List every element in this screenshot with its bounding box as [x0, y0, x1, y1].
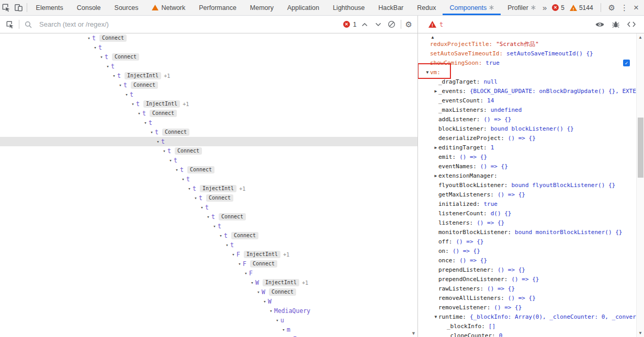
prop-row[interactable]: _cloneCounter:0 [418, 331, 636, 337]
prop-row[interactable]: flyoutBlockListener:bound flyoutBlockLis… [418, 180, 636, 190]
tree-row[interactable]: ▾FConnect [0, 259, 417, 269]
tree-row[interactable]: ▾t [0, 156, 417, 165]
prop-value[interactable]: () => {} [508, 295, 536, 301]
prop-checkbox-checked[interactable]: ✓ [623, 60, 630, 66]
prop-row[interactable]: setAutoSaveTimeoutId:setAutoSaveTimeoutI… [418, 49, 636, 58]
bug-icon[interactable] [612, 21, 619, 28]
select-component-button[interactable] [3, 20, 17, 29]
prop-value[interactable]: 14 [487, 97, 494, 104]
tree-row[interactable]: ▾tConnect [0, 231, 417, 240]
expand-arrow-icon[interactable]: ▾ [205, 214, 211, 219]
tree-row[interactable]: ▾tInjectIntl+1 [0, 99, 417, 109]
prop-value[interactable]: () => {} [459, 257, 487, 264]
prop-row[interactable]: removeListener:() => {} [418, 303, 636, 312]
tree-row[interactable]: ▾F [0, 334, 417, 337]
tree-row[interactable]: ▾F [0, 269, 417, 278]
expand-arrow-icon[interactable]: ▾ [149, 130, 155, 135]
tree-row[interactable]: ▾tConnect [0, 127, 417, 137]
tab-network[interactable]: Network [145, 0, 192, 15]
prop-row[interactable]: addListener:() => {} [418, 114, 636, 124]
tab-application[interactable]: Application [280, 0, 326, 15]
expand-arrow-icon[interactable]: ▾ [199, 205, 205, 210]
tab-redux[interactable]: Redux [410, 0, 443, 15]
expand-arrow-icon[interactable]: ▾ [111, 73, 117, 78]
prop-row[interactable]: showComingSoon:true✓ [418, 58, 636, 67]
console-error-badge[interactable]: ✕ 5 [552, 4, 564, 11]
inspect-element-button[interactable] [0, 0, 12, 15]
expand-arrow-icon[interactable]: ▾ [224, 242, 230, 248]
tree-row[interactable]: ▾t [0, 118, 417, 127]
tree-row[interactable]: ▾WConnect [0, 287, 417, 297]
expand-arrow-icon[interactable]: ▾ [92, 45, 98, 50]
tree-row[interactable]: ▾t [0, 175, 417, 184]
prop-row[interactable]: on:() => {} [418, 246, 636, 255]
expand-arrow-icon[interactable]: ▾ [230, 252, 236, 257]
prop-value[interactable]: () => {} [456, 238, 484, 245]
prop-row[interactable]: ▶_events:{BLOCK_DRAG_UPDATE: onBlockDrag… [418, 86, 636, 96]
tree-row[interactable]: ▾t [0, 62, 417, 71]
prop-expand-arrow-icon[interactable]: ▶ [433, 89, 438, 94]
tree-row[interactable]: ▾W [0, 297, 417, 306]
expand-arrow-icon[interactable]: ▾ [218, 233, 224, 238]
prop-value[interactable]: bound monitorBlockListener() {} [515, 229, 622, 236]
prop-expand-arrow-icon[interactable]: ▼ [433, 315, 438, 319]
kebab-menu-icon[interactable]: ⋮ [620, 3, 628, 13]
tree-row[interactable]: ▾MediaQuery [0, 306, 417, 316]
expand-arrow-icon[interactable]: ▾ [167, 158, 174, 163]
prop-row[interactable]: ▶extensionManager: [418, 171, 636, 180]
expand-arrow-icon[interactable]: ▾ [249, 280, 255, 285]
expand-arrow-icon[interactable]: ▾ [268, 308, 274, 313]
tree-row[interactable]: ▾tConnect [0, 193, 417, 203]
tree-row[interactable]: ▾t [0, 90, 417, 99]
prop-value[interactable]: bound blockListener() {} [491, 125, 574, 132]
prop-row[interactable]: _blockInfo:[] [418, 321, 636, 331]
expand-arrow-icon[interactable]: ▾ [161, 148, 167, 154]
close-icon[interactable]: × [634, 3, 639, 13]
tree-row[interactable]: ▾m [0, 325, 417, 334]
prop-row[interactable]: ▼vm: [418, 67, 636, 77]
prop-value[interactable]: () => {} [487, 285, 515, 292]
tree-row[interactable]: ▾tConnect [0, 146, 417, 156]
prop-value[interactable]: () => {} [483, 116, 511, 123]
components-settings-gear-icon[interactable]: ⚙ [405, 20, 412, 29]
prop-value[interactable]: () => {} [459, 154, 487, 160]
expand-arrow-icon[interactable]: ▾ [174, 167, 180, 172]
prop-value[interactable]: 0 [499, 332, 503, 337]
prop-value[interactable]: setAutoSaveTimeoutId() {} [506, 50, 593, 57]
prop-value[interactable]: true [483, 201, 498, 207]
tab-performance[interactable]: Performance [192, 0, 243, 15]
expand-arrow-icon[interactable]: ▾ [130, 101, 136, 107]
tree-row[interactable]: ▾tConnect [0, 33, 417, 43]
expand-arrow-icon[interactable]: ▾ [186, 186, 193, 191]
prop-row[interactable]: monitorBlockListener:bound monitorBlockL… [418, 227, 636, 237]
prop-row[interactable]: listeners:() => {} [418, 218, 636, 227]
prop-value[interactable]: 1 [491, 144, 494, 151]
expand-arrow-icon[interactable]: ▾ [274, 318, 280, 323]
expand-arrow-icon[interactable]: ▾ [255, 289, 262, 295]
prop-row[interactable]: ▶editingTarget:1 [418, 143, 636, 152]
scroll-up-icon[interactable]: ▲ [637, 35, 644, 40]
tree-row[interactable]: ▾FInjectIntl+1 [0, 250, 417, 259]
tab-components[interactable]: Components [443, 0, 501, 15]
previous-match-button[interactable] [358, 22, 371, 27]
prop-value[interactable]: [] [489, 323, 495, 330]
tree-row[interactable]: ▾t [0, 203, 417, 212]
tree-row[interactable]: ▾tConnect [0, 52, 417, 62]
prop-expand-arrow-icon[interactable]: ▶ [433, 145, 438, 150]
prop-row[interactable]: eventNames:() => {} [418, 161, 636, 171]
tab-memory[interactable]: Memory [243, 0, 280, 15]
tree-row[interactable]: ▾u [0, 316, 417, 325]
prop-value[interactable]: undefined [491, 107, 522, 113]
clear-search-button[interactable] [385, 20, 399, 28]
props-scrollbar[interactable]: ▲ ▼ [636, 33, 644, 337]
tab-profiler[interactable]: Profiler [501, 0, 543, 15]
expand-arrow-icon[interactable]: ▾ [180, 177, 186, 182]
prop-expand-arrow-icon[interactable]: ▼ [425, 70, 430, 75]
prop-row[interactable]: initialized:true [418, 199, 636, 208]
prop-value[interactable]: () => {} [453, 248, 480, 254]
expand-arrow-icon[interactable]: ▾ [136, 111, 142, 116]
next-match-button[interactable] [371, 22, 385, 27]
prop-value[interactable]: bound flyoutBlockListener() {} [511, 182, 615, 189]
tab-console[interactable]: Console [70, 0, 108, 15]
prop-row[interactable]: ▼runtime:{_blockInfo: Array(0), _cloneCo… [418, 312, 636, 321]
